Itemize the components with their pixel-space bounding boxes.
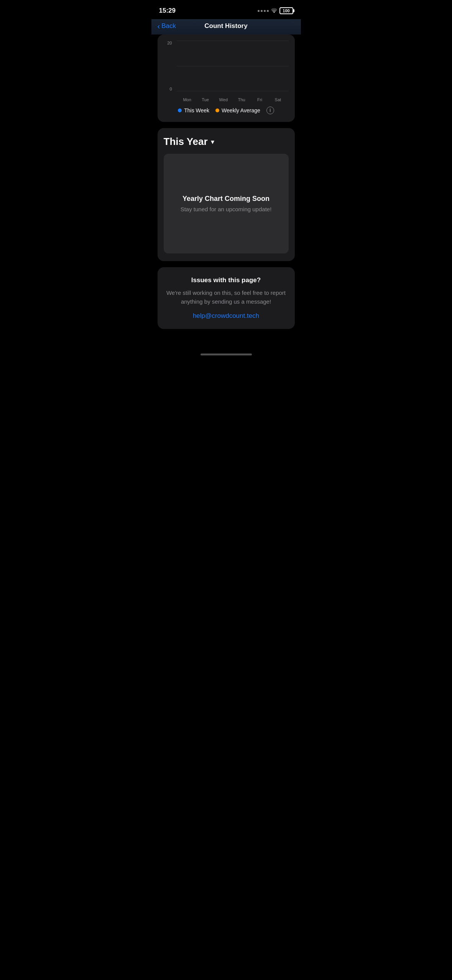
page-title: Count History	[204, 22, 247, 30]
chart-bars	[177, 41, 289, 91]
issues-body: We're still working on this, so feel fre…	[165, 289, 287, 306]
status-icons: 100	[258, 7, 293, 14]
chart-legend: This Week Weekly Average i	[164, 107, 289, 114]
battery-icon: 100	[279, 7, 293, 14]
home-bar	[201, 354, 252, 355]
x-label-wed: Wed	[214, 97, 232, 102]
year-chart-placeholder: Yearly Chart Coming Soon Stay tuned for …	[164, 154, 289, 253]
issues-email-link[interactable]: help@crowdcount.tech	[193, 312, 259, 319]
back-label: Back	[161, 22, 176, 30]
status-time: 15:29	[159, 7, 176, 15]
signal-icon	[258, 10, 269, 12]
legend-dot-orange	[215, 109, 219, 112]
legend-weekly-avg-label: Weekly Average	[222, 107, 260, 113]
x-label-fri: Fri	[251, 97, 269, 102]
main-content: 20 0	[151, 35, 301, 354]
y-label-bottom: 0	[169, 87, 172, 91]
week-chart-card: 20 0	[158, 35, 295, 122]
info-icon: i	[270, 108, 271, 113]
legend-this-week-label: This Week	[184, 107, 209, 113]
chart-x-labels: Mon Tue Wed Thu Fri Sat	[177, 97, 289, 102]
home-indicator	[151, 354, 301, 358]
x-label-mon: Mon	[178, 97, 196, 102]
x-label-sat: Sat	[269, 97, 287, 102]
x-label-tue: Tue	[196, 97, 214, 102]
year-chevron-icon: ▾	[211, 138, 214, 146]
year-card: This Year ▾ Yearly Chart Coming Soon Sta…	[158, 128, 295, 261]
issues-card: Issues with this page? We're still worki…	[158, 267, 295, 329]
year-title: This Year	[164, 136, 208, 148]
x-label-thu: Thu	[232, 97, 250, 102]
back-button[interactable]: ‹ Back	[158, 22, 176, 30]
info-button[interactable]: i	[266, 107, 274, 114]
legend-dot-blue	[178, 109, 182, 112]
coming-soon-title: Yearly Chart Coming Soon	[182, 195, 270, 203]
legend-this-week: This Week	[178, 107, 209, 113]
coming-soon-subtitle: Stay tuned for an upcoming update!	[181, 206, 272, 212]
back-chevron-icon: ‹	[158, 22, 160, 30]
wifi-icon	[271, 8, 277, 14]
nav-bar: ‹ Back Count History	[151, 19, 301, 35]
chart-area: 20 0	[164, 41, 289, 102]
y-label-top: 20	[167, 41, 172, 45]
status-bar: 15:29 100	[151, 0, 301, 19]
year-header[interactable]: This Year ▾	[164, 136, 289, 148]
legend-weekly-avg: Weekly Average	[215, 107, 260, 113]
issues-title: Issues with this page?	[165, 276, 287, 284]
chart-y-axis: 20 0	[164, 41, 174, 91]
